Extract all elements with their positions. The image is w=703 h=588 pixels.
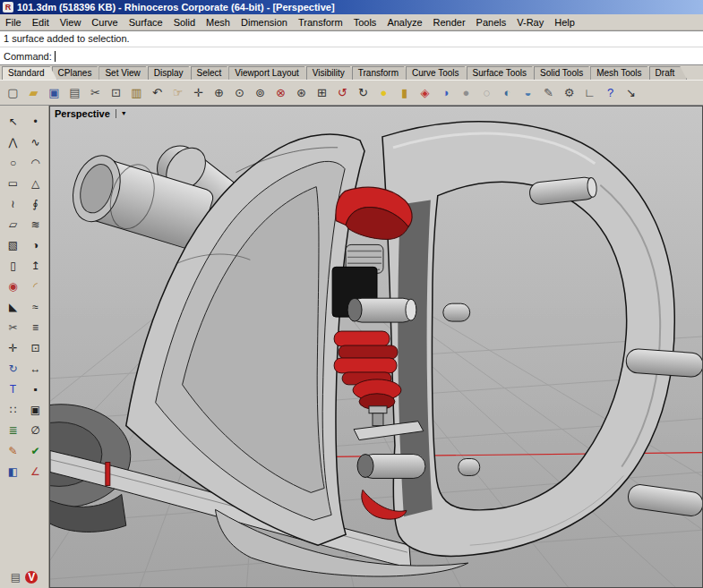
menu-surface[interactable]: Surface — [124, 16, 168, 29]
menu-tools[interactable]: Tools — [348, 16, 382, 29]
sphere-button[interactable]: ◑ — [24, 234, 47, 255]
tab-draft[interactable]: Draft — [649, 66, 688, 80]
menu-v-ray[interactable]: V-Ray — [511, 16, 549, 29]
layer-state-button[interactable]: ◈ — [415, 83, 435, 102]
pan-button[interactable]: ☞ — [167, 83, 188, 102]
surface-button[interactable]: ▱ — [2, 214, 24, 234]
select-pointer-button[interactable]: ↖ — [2, 111, 24, 132]
context-help-button[interactable]: ↘ — [621, 83, 641, 102]
tab-visibility[interactable]: Visibility — [306, 66, 357, 80]
copy-button[interactable]: ⊡ — [106, 83, 126, 102]
fillet-edge-button[interactable]: ◜ — [24, 276, 47, 296]
angle-button[interactable]: ∠ — [24, 461, 47, 481]
menu-dimension[interactable]: Dimension — [236, 16, 293, 29]
tab-transform[interactable]: Transform — [352, 66, 411, 80]
blend-button[interactable]: ≈ — [24, 296, 47, 317]
tab-set-view[interactable]: Set View — [99, 66, 152, 80]
group-button[interactable]: ▣ — [24, 399, 47, 420]
open-folder-button[interactable]: ▰ — [23, 83, 44, 102]
tab-viewport-layout[interactable]: Viewport Layout — [228, 66, 312, 80]
command-input-row[interactable]: Command: — [0, 47, 703, 64]
menu-render[interactable]: Render — [428, 16, 471, 29]
loft-button[interactable]: ≋ — [24, 214, 47, 234]
check-button[interactable]: ✔ — [24, 440, 47, 461]
layers-button[interactable]: ≣ — [2, 420, 24, 440]
menu-panels[interactable]: Panels — [471, 16, 512, 29]
menu-solid[interactable]: Solid — [168, 16, 201, 29]
point-button[interactable]: • — [24, 111, 47, 132]
shaded-viewport-button[interactable]: ● — [456, 83, 476, 102]
snap-options-button[interactable]: ▤ — [11, 571, 21, 584]
menu-curve[interactable]: Curve — [86, 16, 123, 29]
rendered-viewport-button[interactable]: ◐ — [497, 83, 518, 102]
tab-surface-tools[interactable]: Surface Tools — [467, 66, 539, 80]
dot-button[interactable]: ▪ — [24, 379, 47, 399]
array-button[interactable]: ∷ — [2, 399, 24, 420]
chamfer-button[interactable]: ◣ — [2, 296, 24, 317]
lamp-button[interactable]: ● — [373, 83, 394, 102]
undo-view-button[interactable]: ↺ — [332, 83, 353, 102]
options-gear-button[interactable]: ⚙ — [559, 83, 579, 102]
zoom-window-button[interactable]: ⊚ — [250, 83, 270, 102]
viewport-layout-button[interactable]: ⊞ — [312, 83, 332, 102]
menu-edit[interactable]: Edit — [27, 16, 55, 29]
move-view-button[interactable]: ✛ — [188, 83, 209, 102]
copy-object-button[interactable]: ⊡ — [24, 337, 47, 358]
tab-select[interactable]: Select — [191, 66, 235, 80]
circle-button[interactable]: ○ — [2, 152, 24, 173]
offset-button[interactable]: ≡ — [24, 317, 47, 337]
rotate-button[interactable]: ↻ — [2, 358, 24, 379]
zoom-extents-button[interactable]: ⊛ — [291, 83, 312, 102]
cut-button[interactable]: ✂ — [85, 83, 106, 102]
polyline-button[interactable]: ⋀ — [2, 132, 24, 152]
tab-cplanes[interactable]: CPlanes — [52, 66, 105, 80]
perspective-viewport[interactable]: Perspective ▼ — [49, 106, 703, 588]
scale-button[interactable]: ↔ — [24, 358, 47, 379]
tab-solid-tools[interactable]: Solid Tools — [534, 66, 596, 80]
hide-button[interactable]: ∅ — [24, 420, 47, 440]
freeform-curve-button[interactable]: ≀ — [2, 193, 24, 214]
viewport-title[interactable]: Perspective ▼ — [55, 108, 127, 119]
viewport-menu-arrow-icon[interactable]: ▼ — [116, 109, 127, 118]
render-button[interactable]: ◑ — [435, 83, 456, 102]
rectangle-button[interactable]: ▭ — [2, 173, 24, 193]
paint-button[interactable]: ✎ — [2, 440, 24, 461]
move-button[interactable]: ✛ — [2, 337, 24, 358]
boolean-union-button[interactable]: ◉ — [2, 276, 24, 296]
tab-display[interactable]: Display — [148, 66, 196, 80]
menu-help[interactable]: Help — [549, 16, 580, 29]
zoom-selected-button[interactable]: ⊗ — [270, 83, 291, 102]
vray-button[interactable]: V — [25, 571, 38, 584]
tab-standard[interactable]: Standard — [2, 66, 57, 80]
menu-file[interactable]: File — [0, 16, 27, 29]
lock-button[interactable]: ▮ — [394, 83, 415, 102]
cylinder-button[interactable]: ▯ — [2, 255, 24, 276]
new-file-button[interactable]: ▢ — [3, 83, 23, 102]
tab-mesh-tools[interactable]: Mesh Tools — [590, 66, 654, 80]
undo-button[interactable]: ↶ — [147, 83, 167, 102]
menu-mesh[interactable]: Mesh — [201, 16, 236, 29]
menu-analyze[interactable]: Analyze — [382, 16, 427, 29]
curve-button[interactable]: ∿ — [24, 132, 47, 152]
zoom-dynamic-button[interactable]: ⊙ — [229, 83, 250, 102]
save-button[interactable]: ▣ — [44, 83, 64, 102]
paste-button[interactable]: ▥ — [126, 83, 147, 102]
trim-button[interactable]: ✂ — [2, 317, 24, 337]
pen-button[interactable]: ✎ — [538, 83, 559, 102]
rotate-view-button[interactable]: ↻ — [353, 83, 373, 102]
menu-view[interactable]: View — [55, 16, 87, 29]
shade-button[interactable]: ◧ — [2, 461, 24, 481]
tab-curve-tools[interactable]: Curve Tools — [406, 66, 472, 80]
polygon-button[interactable]: △ — [24, 173, 47, 193]
xray-viewport-button[interactable]: ◒ — [518, 83, 538, 102]
text-button[interactable]: T — [2, 379, 24, 399]
cplane-button[interactable]: ∟ — [579, 83, 600, 102]
menu-transform[interactable]: Transform — [293, 16, 348, 29]
zoom-in-button[interactable]: ⊕ — [209, 83, 229, 102]
helix-button[interactable]: ∮ — [24, 193, 47, 214]
arc-button[interactable]: ◠ — [24, 152, 47, 173]
extrude-button[interactable]: ↥ — [24, 255, 47, 276]
ghosted-viewport-button[interactable]: ◌ — [476, 83, 497, 102]
help-button[interactable]: ? — [600, 83, 621, 102]
print-button[interactable]: ▤ — [64, 83, 85, 102]
